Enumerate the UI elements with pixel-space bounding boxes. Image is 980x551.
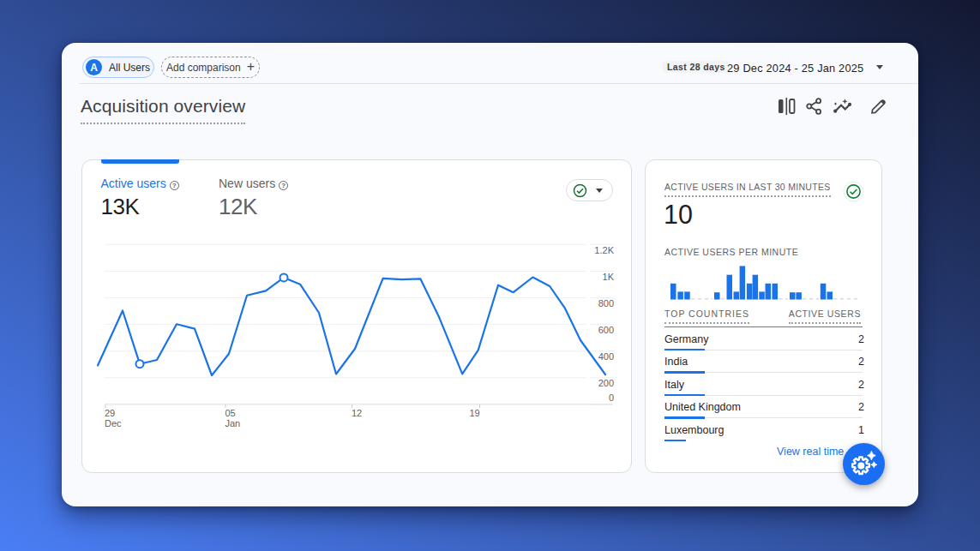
svg-text:600: 600 — [598, 325, 614, 335]
svg-text:400: 400 — [598, 351, 614, 362]
svg-text:19: 19 — [470, 408, 480, 418]
svg-text:Jan: Jan — [225, 418, 241, 428]
svg-text:Dec: Dec — [105, 418, 122, 428]
svg-text:800: 800 — [598, 298, 614, 308]
svg-text:200: 200 — [598, 378, 614, 388]
svg-text:29: 29 — [105, 408, 115, 418]
svg-text:0: 0 — [609, 392, 614, 403]
svg-text:1K: 1K — [603, 272, 615, 282]
svg-text:12: 12 — [352, 408, 362, 418]
svg-text:1.2K: 1.2K — [594, 245, 614, 255]
svg-text:05: 05 — [225, 408, 236, 418]
